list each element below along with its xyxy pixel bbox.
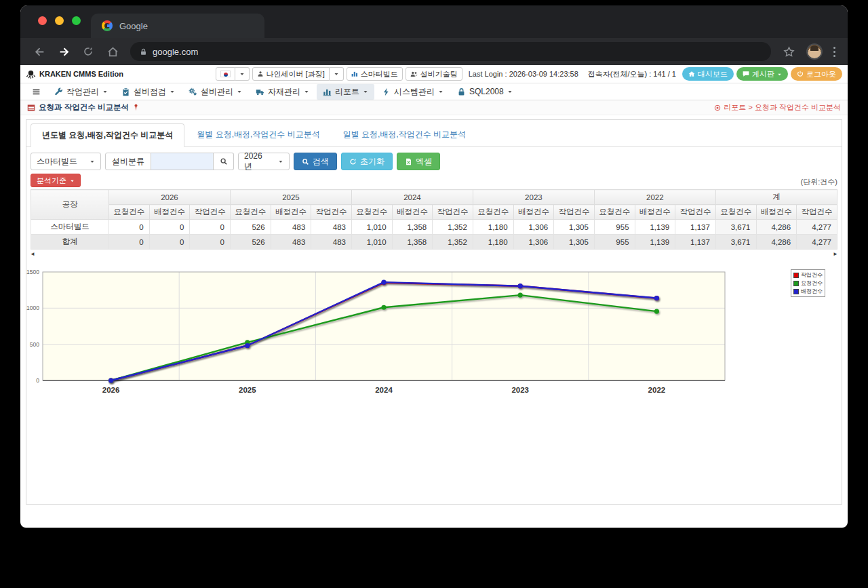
col-subheader: 작업건수 — [797, 205, 837, 220]
analysis-criteria-button[interactable]: 분석기준 — [31, 174, 81, 187]
browser-tab[interactable]: Google — [91, 14, 264, 38]
excel-button[interactable]: 엑셀 — [397, 153, 440, 170]
language-caret-button[interactable] — [235, 67, 250, 81]
chevron-down-icon — [70, 178, 75, 183]
dashboard-button[interactable]: 대시보드 — [682, 67, 734, 81]
excel-file-icon — [405, 158, 412, 165]
col-subheader: 작업건수 — [433, 205, 473, 220]
browser-menu-icon[interactable] — [833, 47, 835, 57]
home-icon[interactable] — [106, 45, 119, 58]
caret-down-icon — [438, 89, 443, 94]
col-subheader: 요청건수 — [230, 205, 271, 220]
app-header-right: 나인세이버 [과장] 스마터빌드 설비기술팀 Last Login : 2026… — [216, 67, 842, 81]
tab-daily[interactable]: 일별 요청,배정,작업건수 비교분석 — [332, 123, 477, 146]
language-flag-button[interactable] — [216, 67, 235, 81]
col-subheader: 배정건수 — [756, 205, 797, 220]
content-panel: 년도별 요청,배정,작업건수 비교분석월별 요청,배정,작업건수 비교분석일별 … — [26, 119, 842, 505]
chevron-down-icon — [239, 71, 245, 77]
table-row: 스마터빌드0005264834831,0101,3581,3521,1801,3… — [31, 220, 837, 235]
profile-avatar[interactable] — [806, 43, 823, 60]
maximize-window-button[interactable] — [72, 16, 81, 25]
user-caret-button[interactable] — [330, 67, 344, 81]
col-subheader: 작업건수 — [190, 205, 231, 220]
col-subheader: 요청건수 — [715, 205, 756, 220]
col-header-year: 2025 — [230, 190, 351, 205]
col-header-year: 2022 — [594, 190, 715, 205]
caret-down-icon — [237, 89, 242, 94]
tab-monthly[interactable]: 월별 요청,배정,작업건수 비교분석 — [186, 123, 330, 146]
chart-icon — [351, 71, 358, 77]
caret-down-icon — [363, 89, 368, 94]
unit-label: (단위:건수) — [801, 177, 837, 187]
reload-icon[interactable] — [81, 45, 95, 58]
equipment-type-label: 설비분류 — [105, 153, 151, 170]
truck-icon — [256, 87, 264, 96]
legend-item: 요청건수 — [793, 279, 823, 287]
equipment-type-input[interactable] — [151, 153, 214, 170]
col-header-year: 2024 — [351, 190, 473, 205]
team-button[interactable]: 설비기술팀 — [406, 67, 462, 81]
user-button[interactable]: 나인세이버 [과장] — [252, 67, 330, 81]
col-subheader: 요청건수 — [109, 205, 150, 220]
col-subheader: 요청건수 — [473, 205, 513, 220]
chevron-down-icon — [334, 71, 339, 77]
menu-item-system-management[interactable]: 시스템관리 — [376, 84, 450, 100]
minimize-window-button[interactable] — [55, 16, 64, 25]
menu-items: 작업관리설비점검설비관리자재관리리포트시스템관리SQL2008 — [48, 84, 519, 100]
url-text: google.com — [153, 47, 198, 57]
factory-select[interactable]: 스마터빌드 — [31, 153, 101, 170]
svg-text:2023: 2023 — [511, 386, 529, 394]
legend-swatch — [793, 281, 799, 286]
menu-item-sql2008[interactable]: SQL2008 — [451, 84, 519, 100]
visitor-count-label: 접속자(전체/오늘) : 141 / 1 — [585, 69, 679, 79]
browser-titlebar: Google — [20, 5, 848, 38]
wrench-icon — [54, 87, 63, 96]
col-header-factory: 공장 — [31, 190, 109, 220]
col-subheader: 요청건수 — [351, 205, 392, 220]
svg-text:0: 0 — [36, 377, 39, 384]
tab-yearly[interactable]: 년도별 요청,배정,작업건수 비교분석 — [31, 123, 184, 147]
svg-text:2026: 2026 — [102, 386, 120, 394]
scroll-right-icon[interactable]: ► — [833, 251, 838, 257]
svg-text:2024: 2024 — [375, 386, 393, 394]
search-button[interactable]: 검색 — [294, 153, 337, 170]
site-button[interactable]: 스마터빌드 — [347, 67, 403, 81]
menu-item-work-management[interactable]: 작업관리 — [48, 84, 114, 100]
table-scrollbar: ◄ ► — [26, 250, 842, 257]
menu-item-facility-inspection[interactable]: 설비점검 — [115, 84, 181, 100]
col-subheader: 배정건수 — [149, 205, 190, 220]
app-title: KRAKEN CMMS Edition — [39, 70, 123, 78]
close-window-button[interactable] — [38, 16, 47, 25]
svg-text:1000: 1000 — [26, 305, 39, 311]
col-subheader: 배정건수 — [513, 205, 554, 220]
gears-icon — [189, 87, 197, 96]
reset-button[interactable]: 초기화 — [341, 153, 393, 170]
svg-text:2025: 2025 — [239, 386, 256, 394]
col-subheader: 배정건수 — [635, 205, 675, 220]
equipment-search-button[interactable] — [214, 153, 234, 170]
menu-item-facility-management[interactable]: 설비관리 — [182, 84, 248, 100]
menu-item-reports[interactable]: 리포트 — [317, 84, 374, 100]
legend-item: 배정건수 — [793, 288, 823, 295]
chevron-down-icon — [777, 72, 782, 77]
bookmark-star-icon[interactable] — [782, 45, 795, 58]
svg-text:2022: 2022 — [648, 386, 666, 394]
back-icon[interactable] — [33, 45, 46, 58]
forward-icon[interactable] — [57, 45, 71, 58]
col-subheader: 작업건수 — [675, 205, 716, 220]
table-toolbar: 분석기준 (단위:건수) — [26, 172, 842, 189]
hamburger-menu-icon[interactable] — [26, 85, 47, 98]
address-bar[interactable]: google.com — [130, 42, 771, 61]
line-chart-svg: 05001000150020262025202420232022 — [26, 265, 840, 404]
legend-swatch — [793, 289, 799, 294]
year-select[interactable]: 2026년 — [238, 153, 290, 170]
logout-button[interactable]: 로그아웃 — [791, 67, 842, 81]
search-icon — [220, 157, 228, 165]
col-header-year: 계 — [715, 190, 837, 205]
table-row: 합계0005264834831,0101,3581,3521,1801,3061… — [31, 235, 837, 250]
chevron-down-icon — [90, 159, 95, 164]
menu-item-material-management[interactable]: 자재관리 — [250, 84, 315, 100]
scroll-left-icon[interactable]: ◄ — [30, 251, 35, 257]
board-button[interactable]: 게시판 — [736, 67, 788, 81]
pin-icon[interactable] — [132, 104, 140, 111]
